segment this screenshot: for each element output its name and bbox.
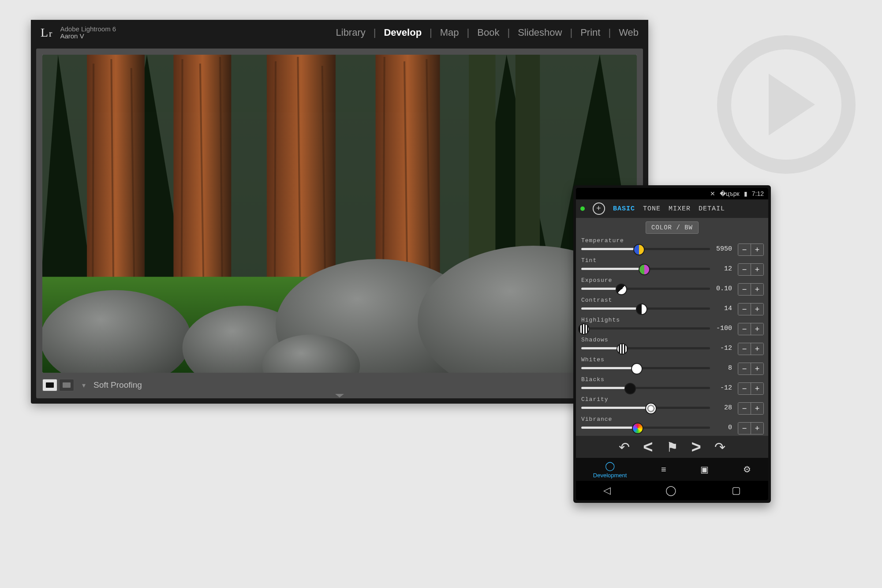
slider-track-blacks[interactable] bbox=[581, 387, 710, 389]
slider-thumb-clarity[interactable] bbox=[645, 403, 657, 414]
gear-icon: ⚙ bbox=[743, 464, 751, 475]
slider-thumb-tint[interactable] bbox=[639, 264, 650, 275]
control-label-contrast: Contrast bbox=[581, 297, 612, 303]
nav-web[interactable]: Web bbox=[619, 27, 639, 38]
increment-exposure[interactable]: + bbox=[751, 284, 763, 295]
control-label-exposure: Exposure bbox=[581, 277, 612, 284]
basic-controls-panel: Temperature5950−+Tint12−+Exposure0.10−+C… bbox=[576, 237, 768, 436]
control-clarity: Clarity28−+ bbox=[580, 396, 764, 416]
slider-track-shadows[interactable] bbox=[581, 347, 710, 349]
add-preset-button[interactable]: + bbox=[593, 202, 605, 215]
android-home-button[interactable]: ◯ bbox=[665, 485, 676, 496]
decrement-blacks[interactable]: − bbox=[738, 383, 751, 394]
slider-track-temperature[interactable] bbox=[581, 248, 710, 250]
pick-flag-button[interactable]: ⚑ bbox=[666, 439, 678, 455]
tab-detail[interactable]: DETAIL bbox=[699, 205, 725, 213]
nav-slideshow[interactable]: Slideshow bbox=[518, 27, 562, 38]
svg-line-15 bbox=[182, 59, 183, 299]
color-bw-toggle[interactable]: COLOR / BW bbox=[646, 221, 699, 234]
status-mute-icon: ✕ bbox=[710, 190, 715, 197]
bottom-tab-library[interactable]: ▣ bbox=[700, 464, 709, 475]
stepper-blacks: −+ bbox=[738, 382, 764, 395]
view-compare-button[interactable] bbox=[59, 379, 74, 391]
tab-basic[interactable]: BASIC bbox=[613, 205, 635, 213]
tablet-top-tabs: + BASIC TONE MIXER DETAIL bbox=[576, 199, 768, 218]
decrement-shadows[interactable]: − bbox=[738, 343, 751, 355]
slider-track-highlights[interactable] bbox=[581, 327, 710, 330]
value-vibrance: 0 bbox=[713, 424, 732, 431]
decrement-highlights[interactable]: − bbox=[738, 323, 751, 335]
increment-shadows[interactable]: + bbox=[751, 343, 763, 355]
slider-thumb-shadows[interactable] bbox=[617, 343, 628, 355]
soft-proofing-label[interactable]: Soft Proofing bbox=[93, 380, 142, 390]
slider-thumb-vibrance[interactable] bbox=[632, 423, 643, 434]
view-loupe-button[interactable] bbox=[42, 379, 57, 391]
stepper-tint: −+ bbox=[738, 263, 764, 276]
status-time: 7:12 bbox=[752, 190, 764, 197]
undo-button[interactable]: ↶ bbox=[619, 439, 630, 455]
connection-indicator-icon bbox=[580, 206, 585, 211]
increment-temperature[interactable]: + bbox=[751, 244, 763, 255]
control-exposure: Exposure0.10−+ bbox=[580, 277, 764, 297]
decrement-tint[interactable]: − bbox=[738, 264, 751, 275]
slider-track-whites[interactable] bbox=[581, 367, 710, 369]
box-icon: ▣ bbox=[700, 464, 709, 475]
decrement-whites[interactable]: − bbox=[738, 363, 751, 375]
lightroom-logo: L r bbox=[41, 26, 52, 40]
control-blacks: Blacks-12−+ bbox=[580, 376, 764, 396]
slider-thumb-whites[interactable] bbox=[631, 363, 643, 375]
develop-toolbar: ▾ Soft Proofing bbox=[42, 376, 637, 394]
panel-collapse-icon[interactable] bbox=[335, 394, 344, 397]
svg-line-18 bbox=[275, 61, 276, 299]
status-wifi-icon: �църк bbox=[720, 190, 740, 197]
tab-tone[interactable]: TONE bbox=[643, 205, 661, 213]
increment-highlights[interactable]: + bbox=[751, 323, 763, 335]
stepper-highlights: −+ bbox=[738, 323, 764, 335]
increment-tint[interactable]: + bbox=[751, 264, 763, 275]
decrement-temperature[interactable]: − bbox=[738, 244, 751, 255]
collapse-dot-icon: ▾ bbox=[82, 381, 86, 390]
redo-button[interactable]: ↷ bbox=[714, 439, 725, 455]
slider-thumb-temperature[interactable] bbox=[633, 244, 645, 255]
nav-map[interactable]: Map bbox=[440, 27, 459, 38]
android-back-button[interactable]: ◁ bbox=[603, 485, 611, 496]
decrement-contrast[interactable]: − bbox=[738, 303, 751, 315]
play-overlay-button[interactable] bbox=[717, 35, 856, 174]
bottom-tab-development[interactable]: ◯ Development bbox=[593, 461, 627, 479]
next-photo-button[interactable]: > bbox=[691, 438, 701, 457]
slider-track-exposure[interactable] bbox=[581, 288, 710, 290]
increment-contrast[interactable]: + bbox=[751, 303, 763, 315]
increment-vibrance[interactable]: + bbox=[751, 423, 763, 434]
bottom-tab-sliders[interactable]: ≡ bbox=[661, 464, 666, 475]
nav-library[interactable]: Library bbox=[336, 27, 366, 38]
increment-clarity[interactable]: + bbox=[751, 403, 763, 414]
control-label-highlights: Highlights bbox=[581, 317, 620, 323]
decrement-vibrance[interactable]: − bbox=[738, 423, 751, 434]
photo-canvas[interactable] bbox=[42, 55, 637, 373]
tab-mixer[interactable]: MIXER bbox=[669, 205, 691, 213]
control-highlights: Highlights-100−+ bbox=[580, 317, 764, 337]
decrement-clarity[interactable]: − bbox=[738, 403, 751, 414]
stepper-temperature: −+ bbox=[738, 243, 764, 256]
control-temperature: Temperature5950−+ bbox=[580, 237, 764, 257]
value-whites: 8 bbox=[713, 364, 732, 372]
nav-book[interactable]: Book bbox=[477, 27, 499, 38]
slider-thumb-highlights[interactable] bbox=[578, 323, 590, 335]
increment-blacks[interactable]: + bbox=[751, 383, 763, 394]
value-shadows: -12 bbox=[713, 345, 732, 352]
prev-photo-button[interactable]: < bbox=[643, 438, 653, 457]
stepper-vibrance: −+ bbox=[738, 422, 764, 434]
android-recents-button[interactable]: ▢ bbox=[732, 485, 741, 496]
control-label-shadows: Shadows bbox=[581, 337, 609, 343]
nav-develop[interactable]: Develop bbox=[384, 27, 422, 38]
increment-whites[interactable]: + bbox=[751, 363, 763, 375]
slider-thumb-blacks[interactable] bbox=[624, 383, 636, 394]
play-icon bbox=[769, 74, 815, 135]
decrement-exposure[interactable]: − bbox=[738, 284, 751, 295]
slider-track-vibrance[interactable] bbox=[581, 427, 710, 429]
control-shadows: Shadows-12−+ bbox=[580, 337, 764, 356]
bottom-tab-settings[interactable]: ⚙ bbox=[743, 464, 751, 475]
nav-print[interactable]: Print bbox=[580, 27, 600, 38]
slider-thumb-exposure[interactable] bbox=[616, 284, 627, 295]
slider-thumb-contrast[interactable] bbox=[636, 303, 647, 315]
